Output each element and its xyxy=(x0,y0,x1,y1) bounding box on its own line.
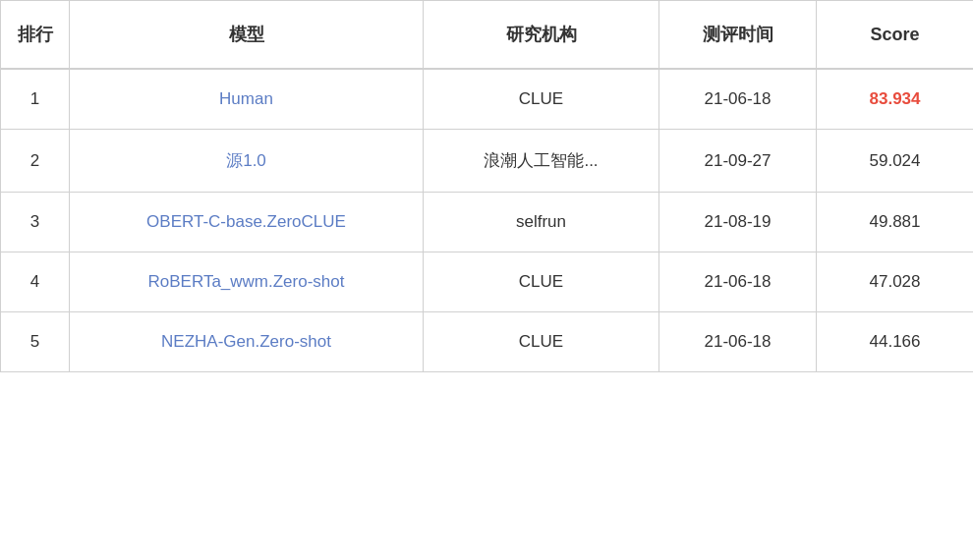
cell-date: 21-08-19 xyxy=(659,193,817,252)
table-row: 2源1.0浪潮人工智能...21-09-2759.024 xyxy=(1,130,974,193)
cell-score: 59.024 xyxy=(817,130,974,193)
table-row: 5NEZHA-Gen.Zero-shotCLUE21-06-1844.166 xyxy=(1,312,974,372)
cell-org: CLUE xyxy=(424,252,659,312)
cell-score: 47.028 xyxy=(817,252,974,312)
cell-date: 21-06-18 xyxy=(659,312,817,372)
model-link[interactable]: OBERT-C-base.ZeroCLUE xyxy=(146,212,346,231)
cell-model[interactable]: OBERT-C-base.ZeroCLUE xyxy=(70,193,424,252)
cell-date: 21-06-18 xyxy=(659,252,817,312)
model-link[interactable]: NEZHA-Gen.Zero-shot xyxy=(161,332,331,351)
table-row: 4RoBERTa_wwm.Zero-shotCLUE21-06-1847.028 xyxy=(1,252,974,312)
cell-date: 21-09-27 xyxy=(659,130,817,193)
leaderboard-table: 排行 模型 研究机构 测评时间 Score 1HumanCLUE21-06-18… xyxy=(0,0,973,372)
cell-org: 浪潮人工智能... xyxy=(424,130,659,193)
model-link[interactable]: Human xyxy=(219,89,273,108)
table-header-row: 排行 模型 研究机构 测评时间 Score xyxy=(1,1,974,70)
cell-model[interactable]: NEZHA-Gen.Zero-shot xyxy=(70,312,424,372)
cell-rank: 5 xyxy=(1,312,70,372)
cell-rank: 3 xyxy=(1,193,70,252)
cell-score: 44.166 xyxy=(817,312,974,372)
cell-org: selfrun xyxy=(424,193,659,252)
cell-score: 83.934 xyxy=(817,69,974,130)
table-row: 1HumanCLUE21-06-1883.934 xyxy=(1,69,974,130)
model-link[interactable]: RoBERTa_wwm.Zero-shot xyxy=(148,272,345,291)
header-org: 研究机构 xyxy=(424,1,659,70)
header-model: 模型 xyxy=(70,1,424,70)
cell-model[interactable]: 源1.0 xyxy=(70,130,424,193)
table-row: 3OBERT-C-base.ZeroCLUEselfrun21-08-1949.… xyxy=(1,193,974,252)
cell-rank: 2 xyxy=(1,130,70,193)
model-link[interactable]: 源1.0 xyxy=(226,151,266,170)
cell-model[interactable]: RoBERTa_wwm.Zero-shot xyxy=(70,252,424,312)
header-rank: 排行 xyxy=(1,1,70,70)
cell-rank: 4 xyxy=(1,252,70,312)
cell-score: 49.881 xyxy=(817,193,974,252)
cell-model[interactable]: Human xyxy=(70,69,424,130)
cell-org: CLUE xyxy=(424,312,659,372)
header-date: 测评时间 xyxy=(659,1,817,70)
cell-date: 21-06-18 xyxy=(659,69,817,130)
header-score: Score xyxy=(817,1,974,70)
cell-org: CLUE xyxy=(424,69,659,130)
cell-rank: 1 xyxy=(1,69,70,130)
leaderboard-container: 排行 模型 研究机构 测评时间 Score 1HumanCLUE21-06-18… xyxy=(0,0,973,560)
